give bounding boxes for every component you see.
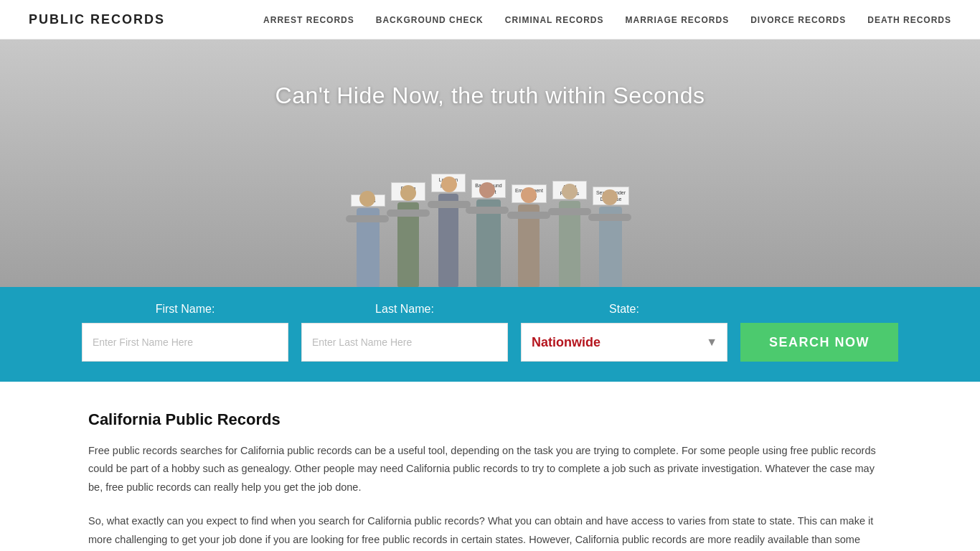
person-4: BackgroundReport [471, 179, 506, 287]
navbar: PUBLIC RECORDS ARREST RECORDS BACKGROUND… [0, 0, 980, 39]
state-select[interactable]: NationwideAlabamaAlaskaArizonaArkansasCa… [521, 323, 727, 362]
main-content: California Public Records Free public re… [60, 382, 920, 551]
state-select-wrap: NationwideAlabamaAlaskaArizonaArkansasCa… [521, 323, 727, 362]
state-field: State: NationwideAlabamaAlaskaArizonaArk… [521, 303, 727, 362]
nav-criminal-records[interactable]: CRIMINAL RECORDS [505, 15, 604, 25]
person-7: Sex OffenderDatabase [593, 187, 629, 287]
last-name-label: Last Name: [301, 303, 508, 316]
content-heading: California Public Records [88, 410, 892, 429]
person-1: Assets [351, 194, 385, 287]
last-name-field: Last Name: [301, 303, 508, 362]
person-5: EmploymentHistory [512, 184, 547, 287]
hero-people-group: Assets DatingProfile LocationHistory Bac… [203, 86, 777, 287]
nav-background-check[interactable]: BACKGROUND CHECK [376, 15, 484, 25]
person-6: ArrestRecords [552, 181, 587, 287]
content-paragraph-2: So, what exactly can you expect to find … [88, 512, 892, 551]
last-name-input[interactable] [301, 323, 508, 362]
content-paragraph-1: Free public records searches for Califor… [88, 442, 892, 496]
nav-death-records[interactable]: DEATH RECORDS [867, 15, 951, 25]
first-name-label: First Name: [82, 303, 288, 316]
nav-marriage-records[interactable]: MARRIAGE RECORDS [626, 15, 730, 25]
nav-divorce-records[interactable]: DIVORCE RECORDS [750, 15, 846, 25]
state-label: State: [521, 303, 727, 316]
search-bar: First Name: Last Name: State: Nationwide… [0, 287, 980, 382]
hero-section: Can't Hide Now, the truth within Seconds… [0, 39, 980, 287]
first-name-input[interactable] [82, 323, 288, 362]
person-2: DatingProfile [391, 182, 425, 287]
person-3: LocationHistory [431, 174, 466, 287]
nav-arrest-records[interactable]: ARREST RECORDS [263, 15, 354, 25]
nav-links: ARREST RECORDS BACKGROUND CHECK CRIMINAL… [263, 13, 951, 26]
first-name-field: First Name: [82, 303, 288, 362]
search-now-button[interactable]: SEARCH NOW [740, 323, 898, 362]
hero-title: Can't Hide Now, the truth within Seconds [275, 83, 705, 109]
site-logo: PUBLIC RECORDS [29, 12, 165, 27]
